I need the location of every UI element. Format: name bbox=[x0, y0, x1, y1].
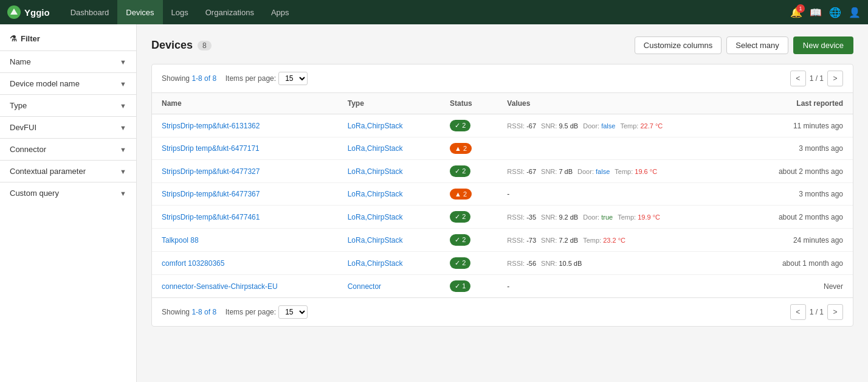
next-page-button-bottom[interactable]: > bbox=[827, 304, 843, 320]
filter-icon: ⚗ bbox=[10, 34, 17, 43]
cell-status: ✓ 1 bbox=[440, 275, 497, 298]
values-group: RSSI: -67SNR: 7 dBDoor: falseTemp: 19.6 … bbox=[507, 168, 728, 175]
filter-custom-query-section: Custom query ▼ bbox=[0, 182, 136, 204]
device-type-link[interactable]: LoRa,ChirpStack bbox=[348, 236, 403, 245]
device-name-link[interactable]: StripsDrip-temp&fukt-6131362 bbox=[162, 122, 260, 130]
filter-device-model-header[interactable]: Device model name ▼ bbox=[0, 73, 136, 94]
table-row: comfort 103280365LoRa,ChirpStack✓ 2RSSI:… bbox=[152, 252, 853, 275]
prev-page-button-bottom[interactable]: < bbox=[790, 304, 806, 320]
user-icon[interactable]: 👤 bbox=[849, 7, 861, 18]
nav-devices[interactable]: Devices bbox=[117, 0, 162, 24]
layout: ⚗ Filter Name ▼ Device model name ▼ Type… bbox=[0, 24, 868, 382]
cell-status: ▲ 2 bbox=[440, 183, 497, 206]
status-badge: ✓ 1 bbox=[450, 280, 470, 292]
app-name: Yggio bbox=[24, 7, 50, 18]
cell-status: ✓ 2 bbox=[440, 206, 497, 229]
cell-last-reported: 24 minutes ago bbox=[737, 229, 853, 252]
cell-name: connector-Sensative-Chirpstack-EU bbox=[152, 275, 338, 298]
cell-name: StripsDrip-temp&fukt-6477327 bbox=[152, 160, 338, 183]
notification-badge: 1 bbox=[796, 4, 805, 13]
notifications-icon[interactable]: 🔔 1 bbox=[790, 7, 802, 18]
cell-name: Talkpool 88 bbox=[152, 229, 338, 252]
value-item: Temp: 23.2 °C bbox=[583, 237, 625, 244]
filter-custom-query-chevron: ▼ bbox=[120, 190, 126, 197]
pagination-nav-bottom: < 1 / 1 > bbox=[790, 304, 843, 320]
table-row: StripsDrip-temp&fukt-6477327LoRa,ChirpSt… bbox=[152, 160, 853, 183]
col-header-values: Values bbox=[497, 93, 737, 114]
items-per-page-label-bottom: Items per page: bbox=[226, 308, 276, 316]
values-group: RSSI: -67SNR: 9.5 dBDoor: falseTemp: 22.… bbox=[507, 122, 728, 130]
showing-range-link-top[interactable]: 1-8 of 8 bbox=[191, 74, 216, 83]
cell-values: RSSI: -73SNR: 7.2 dBTemp: 23.2 °C bbox=[497, 229, 737, 252]
cell-values: RSSI: -56SNR: 10.5 dB bbox=[497, 252, 737, 275]
items-per-page-group-bottom: Showing 1-8 of 8 Items per page: 15 25 5… bbox=[162, 305, 308, 319]
filter-type-header[interactable]: Type ▼ bbox=[0, 95, 136, 116]
status-badge: ✓ 2 bbox=[450, 165, 470, 177]
filter-contextual-header[interactable]: Contextual parameter ▼ bbox=[0, 161, 136, 182]
cell-last-reported: about 1 month ago bbox=[737, 252, 853, 275]
table-container: Showing 1-8 of 8 Items per page: 15 25 5… bbox=[151, 64, 853, 327]
devices-table: Name Type Status Values Last reported St… bbox=[152, 93, 853, 297]
device-name-link[interactable]: Talkpool 88 bbox=[162, 236, 199, 245]
cell-type: LoRa,ChirpStack bbox=[338, 206, 440, 229]
filter-contextual-label: Contextual parameter bbox=[10, 167, 86, 176]
select-many-button[interactable]: Select many bbox=[726, 36, 788, 54]
cell-last-reported: 3 months ago bbox=[737, 183, 853, 206]
device-name-link[interactable]: comfort 103280365 bbox=[162, 259, 224, 268]
status-badge: ✓ 2 bbox=[450, 211, 470, 223]
filter-connector-header[interactable]: Connector ▼ bbox=[0, 139, 136, 160]
items-per-page-select-bottom[interactable]: 15 25 50 bbox=[278, 305, 308, 319]
cell-type: LoRa,ChirpStack bbox=[338, 137, 440, 160]
cell-values: RSSI: -35SNR: 9.2 dBDoor: trueTemp: 19.9… bbox=[497, 206, 737, 229]
device-type-link[interactable]: LoRa,ChirpStack bbox=[348, 190, 403, 198]
table-header-row: Name Type Status Values Last reported bbox=[152, 93, 853, 114]
device-type-link[interactable]: Connector bbox=[348, 282, 381, 291]
values-group: RSSI: -73SNR: 7.2 dBTemp: 23.2 °C bbox=[507, 237, 728, 244]
customize-columns-button[interactable]: Customize columns bbox=[635, 36, 722, 54]
device-count-badge: 8 bbox=[198, 41, 212, 50]
col-header-type: Type bbox=[338, 93, 440, 114]
filter-connector-chevron: ▼ bbox=[120, 146, 126, 153]
filter-name-header[interactable]: Name ▼ bbox=[0, 51, 136, 72]
device-name-link[interactable]: StripsDrip-temp&fukt-6477327 bbox=[162, 167, 260, 176]
cell-last-reported: about 2 months ago bbox=[737, 206, 853, 229]
device-type-link[interactable]: LoRa,ChirpStack bbox=[348, 167, 403, 176]
table-row: connector-Sensative-Chirpstack-EUConnect… bbox=[152, 275, 853, 298]
col-header-last-reported: Last reported bbox=[737, 93, 853, 114]
showing-range-link-bottom[interactable]: 1-8 of 8 bbox=[191, 308, 216, 316]
book-icon[interactable]: 📖 bbox=[810, 7, 822, 18]
table-row: StripsDrip-temp&fukt-6477461LoRa,ChirpSt… bbox=[152, 206, 853, 229]
device-type-link[interactable]: LoRa,ChirpStack bbox=[348, 144, 403, 153]
cell-status: ▲ 2 bbox=[440, 137, 497, 160]
filter-connector-section: Connector ▼ bbox=[0, 138, 136, 160]
items-per-page-select-top[interactable]: 15 25 50 bbox=[278, 72, 308, 85]
device-type-link[interactable]: LoRa,ChirpStack bbox=[348, 259, 403, 268]
globe-icon[interactable]: 🌐 bbox=[829, 7, 841, 18]
device-type-link[interactable]: LoRa,ChirpStack bbox=[348, 213, 403, 221]
filter-custom-query-header[interactable]: Custom query ▼ bbox=[0, 182, 136, 204]
filter-devfui-header[interactable]: DevFUI ▼ bbox=[0, 117, 136, 138]
new-device-button[interactable]: New device bbox=[793, 36, 853, 54]
next-page-button-top[interactable]: > bbox=[827, 71, 843, 86]
filter-type-label: Type bbox=[10, 101, 27, 110]
page-title-group: Devices 8 bbox=[151, 39, 212, 52]
filter-type-chevron: ▼ bbox=[120, 102, 126, 109]
value-item: Temp: 19.9 °C bbox=[618, 214, 660, 221]
value-item: SNR: 9.2 dB bbox=[541, 214, 578, 221]
device-name-link[interactable]: StripsDrip-temp&fukt-6477367 bbox=[162, 190, 260, 198]
nav-apps[interactable]: Apps bbox=[263, 0, 298, 24]
cell-last-reported: 3 months ago bbox=[737, 137, 853, 160]
device-type-link[interactable]: LoRa,ChirpStack bbox=[348, 122, 403, 130]
device-name-link[interactable]: StripsDrip temp&fukt-6477171 bbox=[162, 144, 260, 153]
cell-type: Connector bbox=[338, 275, 440, 298]
nav-logs[interactable]: Logs bbox=[163, 0, 197, 24]
filter-contextual-chevron: ▼ bbox=[120, 168, 126, 175]
device-name-link[interactable]: StripsDrip-temp&fukt-6477461 bbox=[162, 213, 260, 221]
page-actions: Customize columns Select many New device bbox=[635, 36, 853, 54]
nav-organizations[interactable]: Organizations bbox=[197, 0, 263, 24]
nav-dashboard[interactable]: Dashboard bbox=[62, 0, 118, 24]
app-logo[interactable]: Yggio bbox=[7, 5, 50, 19]
prev-page-button-top[interactable]: < bbox=[790, 71, 806, 86]
device-name-link[interactable]: connector-Sensative-Chirpstack-EU bbox=[162, 282, 278, 291]
nav-links: Dashboard Devices Logs Organizations App… bbox=[62, 0, 790, 24]
